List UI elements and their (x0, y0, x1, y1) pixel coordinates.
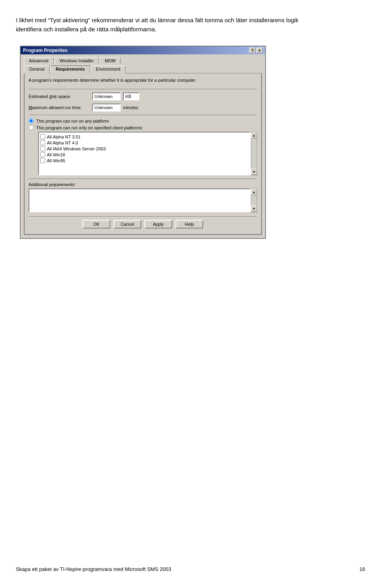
tabs-row1: Advanced Windows Installer MOM (24, 57, 262, 64)
additional-req-scrollbar: ▲ ▼ (251, 188, 257, 212)
req-scroll-up-button[interactable]: ▲ (251, 189, 257, 195)
platforms-list-area: All Alpha NT 3.51 All Alpha NT 4.0 All I… (38, 132, 257, 175)
platforms-scrollbar: ▲ ▼ (251, 132, 257, 175)
tab-panel-requirements: A program's requirements determine wheth… (24, 73, 262, 235)
run-time-select[interactable]: Unknown (92, 104, 121, 111)
additional-req-label: Additional requirements: (29, 182, 257, 187)
dialog-content: Advanced Windows Installer MOM General R… (21, 54, 265, 238)
list-item: All Alpha NT 4.0 (40, 140, 249, 146)
platform-checkbox-4[interactable] (40, 158, 45, 163)
tab-environment[interactable]: Environment (91, 65, 126, 73)
platform-checkbox-2[interactable] (40, 146, 45, 151)
separator2 (29, 115, 257, 115)
list-item: All Win16 (40, 152, 249, 158)
additional-req-textarea[interactable] (29, 188, 251, 212)
titlebar-buttons: ? × (249, 48, 263, 53)
additional-req-box: ▲ ▼ (29, 188, 257, 212)
dialog-title: Program Properties (23, 48, 67, 53)
platform-checkbox-1[interactable] (40, 140, 45, 145)
req-scroll-track (251, 195, 257, 206)
disk-space-unit-dropdown-wrap: KB (123, 92, 139, 100)
titlebar-help-button[interactable]: ? (249, 48, 256, 53)
radio-specified-platforms-row: This program can run only on specified c… (29, 125, 257, 130)
cancel-button[interactable]: Cancel (114, 220, 141, 229)
req-scroll-down-button[interactable]: ▼ (251, 206, 257, 212)
program-properties-dialog: Program Properties ? × Advanced Windows … (20, 46, 266, 239)
footer-left: Skapa ett paket av TI-Nspire programvara… (16, 566, 171, 572)
radio-any-platform-row: This program can run on any platform (29, 118, 257, 123)
platform-label-3: All Win16 (47, 152, 65, 157)
run-time-label: Maximum allowed run time: (29, 105, 92, 110)
run-time-dropdown-wrap: Unknown (92, 104, 121, 111)
requirements-description: A program's requirements determine wheth… (29, 77, 257, 83)
ok-button[interactable]: OK (83, 220, 110, 229)
separator3 (29, 179, 257, 179)
apply-button[interactable]: Apply (144, 220, 172, 229)
run-time-unit: minutes (123, 105, 139, 110)
radio-any-platform-label: This program can run on any platform (36, 119, 109, 123)
footer-right: 16 (360, 566, 365, 572)
tab-requirements[interactable]: Requirements (50, 65, 90, 73)
titlebar-close-button[interactable]: × (256, 48, 263, 53)
tab-mom[interactable]: MOM (100, 57, 121, 64)
tabs-row2: General Requirements Environment (24, 65, 262, 73)
radio-any-platform[interactable] (29, 118, 34, 123)
radio-specified-platforms[interactable] (29, 125, 34, 130)
body-text: I likhet med “Tyst aktivering” rekommend… (16, 16, 325, 34)
disk-space-select[interactable]: Unknown (92, 92, 121, 100)
platform-label-2: All IA64 Windows Server 2003 (47, 146, 106, 151)
run-time-row: Maximum allowed run time: Unknown minute… (29, 104, 257, 111)
scroll-track (251, 138, 257, 169)
platforms-list-content: All Alpha NT 3.51 All Alpha NT 4.0 All I… (38, 132, 251, 175)
platform-checkbox-3[interactable] (40, 152, 45, 157)
separator1 (29, 89, 257, 89)
dialog-buttons: OK Cancel Apply Help (29, 216, 257, 230)
disk-space-label: Estimated disk space: (29, 94, 92, 99)
help-button[interactable]: Help (175, 220, 203, 229)
page-footer: Skapa ett paket av TI-Nspire programvara… (16, 566, 365, 572)
platform-label-4: All Win95 (47, 158, 65, 163)
list-item: All Win95 (40, 158, 249, 163)
platform-label-0: All Alpha NT 3.51 (47, 135, 81, 139)
platform-checkbox-0[interactable] (40, 134, 45, 139)
tab-advanced[interactable]: Advanced (24, 57, 54, 64)
dialog-titlebar: Program Properties ? × (21, 46, 265, 54)
scroll-up-button[interactable]: ▲ (251, 132, 257, 138)
platform-label-1: All Alpha NT 4.0 (47, 140, 78, 145)
disk-space-unit-select[interactable]: KB (123, 92, 139, 100)
tab-general[interactable]: General (24, 65, 50, 73)
radio-specified-platforms-label: This program can run only on specified c… (36, 125, 143, 130)
scroll-down-button[interactable]: ▼ (251, 169, 257, 175)
list-item: All Alpha NT 3.51 (40, 134, 249, 140)
list-item: All IA64 Windows Server 2003 (40, 146, 249, 152)
disk-space-dropdown-wrap: Unknown (92, 92, 121, 100)
tab-windows-installer[interactable]: Windows Installer (54, 57, 99, 64)
disk-space-row: Estimated disk space: Unknown KB (29, 92, 257, 100)
